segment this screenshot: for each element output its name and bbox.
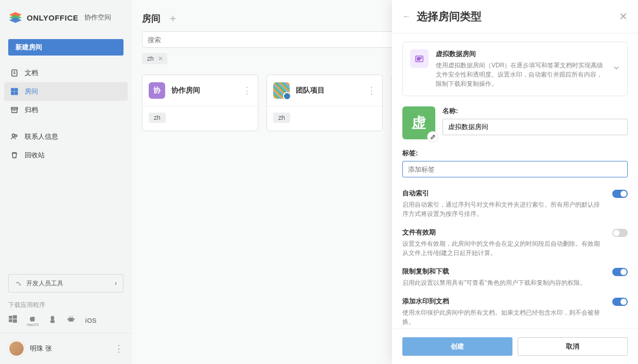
name-label: 名称: [442,106,628,116]
user-bar: 明珠 张 ⋮ [0,333,132,364]
svg-rect-14 [9,319,12,322]
room-tag: zh [149,113,166,123]
room-icon [273,82,290,99]
user-menu-button[interactable]: ⋮ [114,343,123,354]
room-type-panel: ← 选择房间类型 ✕ 虚拟数据房间 使用虚拟数据房间（VDR）在逐步填写和签署文… [392,0,638,364]
svg-rect-5 [11,92,14,95]
linux-icon[interactable] [48,315,57,326]
svg-rect-22 [74,318,75,321]
svg-rect-15 [13,319,17,323]
page-title: 房间 [142,12,161,25]
archive-icon [10,106,19,114]
sidebar-item-contacts[interactable]: 联系人信息 [4,128,128,146]
room-name-input[interactable] [442,119,628,135]
chip-label: zh [147,55,154,62]
toggle-file-lifetime[interactable] [612,229,628,237]
toggle-auto-index[interactable] [612,190,628,198]
tags-label: 标签: [402,149,628,158]
type-desc: 使用虚拟数据房间（VDR）在逐步填写和签署文档时实现高级文件安全性和透明度。设置… [436,61,606,88]
sidebar-item-rooms[interactable]: 房间 [4,82,128,101]
svg-rect-18 [69,318,74,322]
chevron-down-icon[interactable] [613,64,620,74]
option-desc: 启用此设置以禁用具有"可查看"角色的用户下载和复制内容的权限。 [402,278,605,287]
room-icon: 协 [149,82,165,99]
cancel-button[interactable]: 取消 [518,337,628,356]
svg-rect-13 [13,315,17,319]
filter-chip[interactable]: zh ✕ [142,53,167,64]
os-icons: macOS iOS [8,315,123,326]
tools-icon [15,280,22,287]
card-menu-button[interactable]: ⋮ [242,85,252,96]
svg-rect-0 [12,70,17,76]
option-title: 添加水印到文档 [402,297,605,306]
android-icon[interactable] [66,315,76,326]
sidebar-item-trash[interactable]: 回收站 [4,146,128,165]
svg-point-17 [50,320,55,323]
sidebar: ONLYOFFICE 协作空间 新建房间 文档 房间 归档 联系人信息 回收站 [0,0,132,364]
logo[interactable]: ONLYOFFICE 协作空间 [0,0,132,35]
svg-rect-12 [9,316,12,319]
user-name: 明珠 张 [30,344,109,353]
card-menu-button[interactable]: ⋮ [367,85,376,96]
toggle-restrict[interactable] [612,268,628,276]
sidebar-item-label: 房间 [25,87,38,96]
room-card[interactable]: 协 协作房间 ⋮ zh [142,75,258,131]
option-restrict: 限制复制和下载 启用此设置以禁用具有"可查看"角色的用户下载和复制内容的权限。 [402,267,628,287]
svg-point-16 [51,316,55,320]
back-button[interactable]: ← [402,12,411,21]
dev-tools-button[interactable]: 开发人员工具 › [8,274,123,293]
macos-icon[interactable]: macOS [27,315,39,326]
brand-name: ONLYOFFICE [27,13,78,22]
download-apps-label: 下载应用程序 [8,301,123,310]
sidebar-item-label: 回收站 [25,151,45,160]
sidebar-item-label: 文档 [25,68,38,78]
dev-tools-label: 开发人员工具 [26,279,63,288]
svg-rect-3 [11,88,14,91]
add-room-button[interactable]: ＋ [168,11,178,25]
svg-point-11 [15,135,17,137]
room-type-card[interactable]: 虚拟数据房间 使用虚拟数据房间（VDR）在逐步填写和签署文档时实现高级文件安全性… [402,42,628,96]
svg-point-19 [69,316,70,317]
svg-point-20 [72,316,73,317]
svg-point-10 [12,134,15,137]
brand-sub: 协作空间 [84,13,111,22]
option-watermark: 添加水印到文档 使用水印保护此房间中的所有文档。如果文档已经包含水印，则不会被替… [402,297,628,326]
avatar[interactable] [8,340,25,357]
room-avatar-preview: 虚 [402,106,435,139]
room-title: 团队项目 [296,86,361,95]
chip-remove-icon[interactable]: ✕ [158,55,163,62]
ios-icon[interactable]: iOS [85,317,96,324]
rooms-icon [10,87,19,96]
sidebar-item-label: 归档 [25,105,38,115]
onlyoffice-logo-icon [8,10,23,25]
sidebar-item-documents[interactable]: 文档 [4,64,128,82]
type-title: 虚拟数据房间 [436,49,606,59]
room-tag: zh [273,113,290,123]
create-button[interactable]: 创建 [402,337,512,356]
edit-avatar-button[interactable] [427,131,438,142]
svg-rect-21 [68,318,69,321]
chevron-right-icon: › [115,280,117,287]
option-desc: 设置文件有效期，此房间中的文件会在定义的时间段后自动删除。有效期从文件上传/创建… [402,239,605,258]
contacts-icon [10,133,19,141]
room-card[interactable]: 团队项目 ⋮ zh [267,75,383,131]
trash-icon [10,151,19,159]
vdr-icon [410,49,429,68]
close-button[interactable]: ✕ [619,10,628,23]
new-room-button[interactable]: 新建房间 [8,39,123,56]
option-title: 自动索引 [402,189,605,198]
option-desc: 使用水印保护此房间中的所有文档。如果文档已经包含水印，则不会被替换。 [402,308,605,326]
toggle-watermark[interactable] [612,298,628,306]
option-title: 文件有效期 [402,228,605,237]
nav-main: 文档 房间 归档 联系人信息 回收站 [0,64,132,165]
tags-input[interactable] [402,161,628,177]
option-desc: 启用自动索引，通过序列号对文件和文件夹进行索引。所有用户的默认排序方式将设置为按… [402,200,605,219]
svg-rect-6 [15,92,17,95]
sidebar-item-archive[interactable]: 归档 [4,101,128,119]
option-title: 限制复制和下载 [402,267,605,276]
sidebar-item-label: 联系人信息 [25,132,58,141]
svg-rect-24 [417,58,421,59]
option-auto-index: 自动索引 启用自动索引，通过序列号对文件和文件夹进行索引。所有用户的默认排序方式… [402,189,628,219]
windows-icon[interactable] [8,315,17,326]
document-icon [10,69,19,77]
